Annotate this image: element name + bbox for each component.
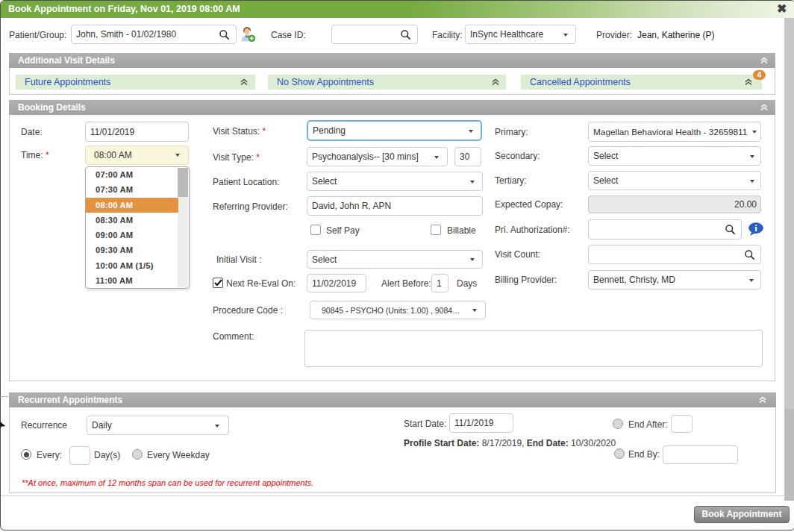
svg-text:i: i: [754, 223, 757, 234]
